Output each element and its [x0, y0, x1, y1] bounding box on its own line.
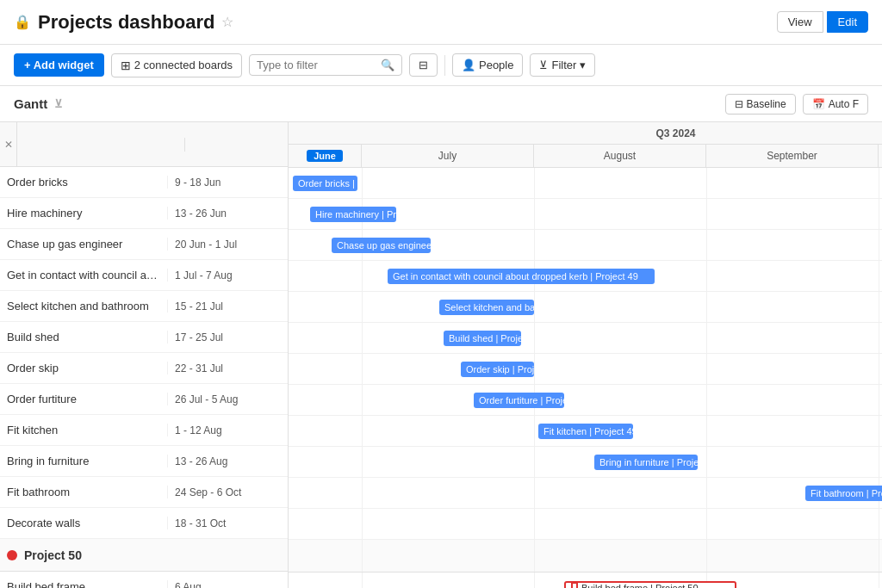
task-date: 13 - 26 Jun [168, 207, 288, 220]
header-left: 🔒 Projects dashboard ☆ [14, 11, 233, 34]
task-name: Order skip [0, 362, 168, 374]
page-title: Projects dashboard [38, 11, 214, 34]
timeline-task-row: Select kitchen and bathroom | Project 49 [289, 292, 882, 323]
gantt-header-right: ⊟ Baseline 📅 Auto F [725, 94, 868, 115]
task-name-header [17, 138, 185, 152]
month-june: June [289, 145, 362, 167]
gantt-bar[interactable]: Chase up gas engineer | Project 49 [332, 238, 431, 253]
gantt-bar[interactable]: Order bricks | Project 49 [293, 176, 357, 191]
timeline-task-row: Order bricks | Project 49 [289, 168, 882, 199]
table-icon: ⊟ [419, 59, 428, 71]
task-date: 1 Jul - 7 Aug [168, 269, 288, 282]
gantt-header-bar: Gantt ⊻ ⊟ Baseline 📅 Auto F [0, 86, 882, 122]
task-date: 18 - 31 Oct [168, 517, 288, 529]
auto-label: Auto F [829, 98, 859, 110]
lock-icon: 🔒 [14, 14, 31, 30]
gantt-bar[interactable]: Hire machinery | Project 49 [310, 207, 396, 222]
people-icon: 👤 [462, 59, 475, 71]
gantt-bar[interactable]: Get in contact with council about droppe… [388, 269, 655, 284]
task-row: Build shed 17 - 25 Jul [0, 322, 288, 353]
gantt-title: Gantt [14, 96, 47, 111]
task-row: Chase up gas engineer 20 Jun - 1 Jul [0, 229, 288, 260]
project-50-dot [7, 550, 17, 560]
edit-button[interactable]: Edit [827, 11, 868, 33]
connected-boards-label: 2 connected boards [134, 59, 233, 71]
add-widget-button[interactable]: + Add widget [14, 53, 104, 77]
gantt-right-panel[interactable]: Q3 2024 June July August September Octob… [289, 122, 882, 588]
header: 🔒 Projects dashboard ☆ View Edit [0, 0, 882, 45]
timeline-task-row: Build bed frame | Project 50 [289, 573, 882, 588]
auto-fit-button[interactable]: 📅 Auto F [803, 94, 868, 115]
timeline-task-row: Hire machinery | Project 49 [289, 199, 882, 230]
people-button[interactable]: 👤 People [452, 53, 523, 77]
task-date-header [185, 138, 288, 152]
month-july: July [362, 145, 534, 167]
gantt-header-left: Gantt ⊻ [14, 96, 63, 111]
connected-boards-button[interactable]: ⊞ 2 connected boards [111, 53, 242, 77]
gantt-left-panel: ✕ Order bricks 9 - 18 Jun Hire machinery… [0, 122, 289, 588]
task-date: 6 Aug [168, 581, 288, 589]
view-button[interactable]: View [777, 11, 823, 33]
project-50-group: Project 50 [0, 539, 288, 572]
task-date: 9 - 18 Jun [168, 176, 288, 189]
gantt-filter-icon[interactable]: ⊻ [54, 97, 63, 110]
gantt-bar[interactable]: Bring in furniture | Project 49 [594, 455, 698, 470]
timeline-project-50-group [289, 540, 882, 573]
task-row: Select kitchen and bathroom 15 - 21 Jul [0, 291, 288, 322]
task-row: Decorate walls 18 - 31 Oct [0, 508, 288, 539]
task-name: Get in contact with council ab... [0, 269, 168, 282]
timeline-task-row: Get in contact with council about droppe… [289, 261, 882, 292]
timeline-task-row: Dec... [289, 509, 882, 540]
filter-input-wrap: 🔍 [249, 54, 402, 76]
task-row: Order bricks 9 - 18 Jun [0, 167, 288, 198]
month-september: September [706, 145, 879, 167]
filter-label: Filter [551, 59, 576, 71]
quarter-cell: Q3 2024 [289, 122, 882, 144]
task-date: 24 Sep - 6 Oct [168, 486, 288, 498]
table-view-button[interactable]: ⊟ [409, 53, 438, 77]
calendar-icon: 📅 [812, 98, 825, 110]
task-row: Fit bathroom 24 Sep - 6 Oct [0, 477, 288, 508]
task-row: Bring in furniture 13 - 26 Aug [0, 446, 288, 477]
timeline-task-row: Chase up gas engineer | Project 49 [289, 230, 882, 261]
gantt-left-header: ✕ [0, 122, 288, 167]
people-label: People [479, 59, 513, 71]
search-input[interactable] [257, 59, 377, 71]
toolbar: + Add widget ⊞ 2 connected boards 🔍 ⊟ 👤 … [0, 45, 882, 86]
timeline-task-row: Build shed | Project 49 [289, 323, 882, 354]
gantt-body: ✕ Order bricks 9 - 18 Jun Hire machinery… [0, 122, 882, 588]
filter-icon: ⊻ [539, 59, 548, 71]
task-name: Fit bathroom [0, 486, 168, 498]
task-name: Select kitchen and bathroom [0, 300, 168, 313]
timeline-project-50: Build bed frame | Project 50Create outsi… [289, 573, 882, 588]
gantt-bar[interactable]: Order furtiture | Project 49 [474, 393, 564, 408]
month-august: August [534, 145, 706, 167]
search-icon: 🔍 [381, 59, 394, 71]
gantt-bar[interactable]: Fit bathroom | Project 49 [805, 486, 882, 501]
task-row: Fit kitchen 1 - 12 Aug [0, 415, 288, 446]
task-row: Build bed frame 6 Aug [0, 572, 288, 588]
timeline-project-49: Order bricks | Project 49Hire machinery … [289, 168, 882, 540]
gantt-bar-red[interactable]: Build bed frame | Project 50 [564, 581, 736, 589]
project-50-name: Project 50 [24, 548, 82, 562]
gantt-bar[interactable]: Order skip | Project 49 [461, 362, 534, 377]
timeline-task-row: Fit bathroom | Project 49 [289, 478, 882, 509]
task-date: 22 - 31 Jul [168, 362, 288, 374]
timeline-task-row: Order skip | Project 49 [289, 354, 882, 385]
star-icon[interactable]: ☆ [221, 14, 233, 30]
timeline-task-row: Order furtiture | Project 49 [289, 385, 882, 416]
gantt-container: Gantt ⊻ ⊟ Baseline 📅 Auto F ✕ [0, 86, 882, 588]
task-name: Order bricks [0, 176, 168, 189]
task-date: 26 Jul - 5 Aug [168, 393, 288, 405]
gantt-bar[interactable]: Select kitchen and bathroom | Project 49 [439, 300, 534, 315]
collapse-icon[interactable]: ✕ [0, 122, 17, 166]
gantt-bar[interactable]: Build shed | Project 49 [444, 331, 521, 346]
baseline-button[interactable]: ⊟ Baseline [725, 94, 796, 115]
filter-button[interactable]: ⊻ Filter ▾ [530, 53, 595, 77]
header-right: View Edit [777, 11, 868, 33]
baseline-label: Baseline [747, 98, 786, 110]
timeline-quarter-row: Q3 2024 [289, 122, 882, 145]
task-name: Fit kitchen [0, 424, 168, 436]
gantt-bar[interactable]: Fit kitchen | Project 49 [538, 424, 633, 439]
task-date: 15 - 21 Jul [168, 300, 288, 313]
